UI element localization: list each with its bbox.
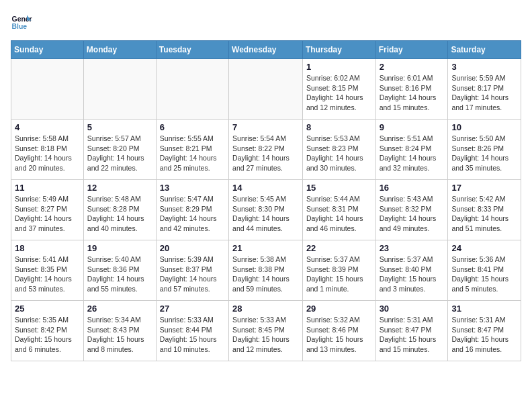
calendar-day-cell: 6Sunrise: 5:55 AM Sunset: 8:21 PM Daylig… bbox=[156, 120, 228, 180]
day-number: 19 bbox=[87, 243, 152, 253]
day-info: Sunrise: 5:39 AM Sunset: 8:37 PM Dayligh… bbox=[160, 255, 225, 294]
day-info: Sunrise: 5:55 AM Sunset: 8:21 PM Dayligh… bbox=[160, 134, 225, 173]
calendar-day-cell: 22Sunrise: 5:37 AM Sunset: 8:39 PM Dayli… bbox=[302, 240, 375, 301]
weekday-header: Monday bbox=[83, 41, 156, 59]
calendar-day-cell: 23Sunrise: 5:37 AM Sunset: 8:40 PM Dayli… bbox=[375, 240, 448, 301]
day-info: Sunrise: 5:45 AM Sunset: 8:30 PM Dayligh… bbox=[232, 194, 299, 234]
day-number: 31 bbox=[451, 304, 517, 314]
calendar-week-row: 11Sunrise: 5:49 AM Sunset: 8:27 PM Dayli… bbox=[11, 180, 521, 240]
calendar-day-cell: 18Sunrise: 5:41 AM Sunset: 8:35 PM Dayli… bbox=[11, 240, 84, 301]
weekday-header-row: SundayMondayTuesdayWednesdayThursdayFrid… bbox=[11, 41, 521, 59]
day-number: 23 bbox=[380, 243, 445, 253]
day-info: Sunrise: 5:42 AM Sunset: 8:33 PM Dayligh… bbox=[451, 194, 517, 234]
day-info: Sunrise: 5:31 AM Sunset: 8:47 PM Dayligh… bbox=[380, 315, 445, 355]
day-info: Sunrise: 5:35 AM Sunset: 8:42 PM Dayligh… bbox=[15, 315, 80, 355]
day-info: Sunrise: 5:54 AM Sunset: 8:22 PM Dayligh… bbox=[232, 134, 299, 173]
calendar-week-row: 1Sunrise: 6:02 AM Sunset: 8:15 PM Daylig… bbox=[11, 59, 521, 120]
weekday-header: Friday bbox=[375, 41, 448, 59]
day-number: 9 bbox=[380, 122, 445, 132]
day-number: 25 bbox=[15, 304, 80, 314]
day-number: 7 bbox=[232, 122, 299, 132]
calendar-day-cell: 26Sunrise: 5:34 AM Sunset: 8:43 PM Dayli… bbox=[83, 301, 156, 361]
logo-icon: General Blue bbox=[11, 11, 32, 32]
calendar-day-cell bbox=[83, 59, 156, 120]
calendar-day-cell: 15Sunrise: 5:44 AM Sunset: 8:31 PM Dayli… bbox=[302, 180, 375, 240]
calendar-day-cell bbox=[156, 59, 228, 120]
day-info: Sunrise: 5:48 AM Sunset: 8:28 PM Dayligh… bbox=[87, 194, 152, 234]
day-number: 22 bbox=[306, 243, 372, 253]
day-info: Sunrise: 5:50 AM Sunset: 8:26 PM Dayligh… bbox=[451, 134, 517, 173]
weekday-header: Saturday bbox=[448, 41, 521, 59]
day-info: Sunrise: 5:36 AM Sunset: 8:41 PM Dayligh… bbox=[451, 255, 517, 294]
day-number: 2 bbox=[380, 62, 445, 72]
calendar-day-cell: 13Sunrise: 5:47 AM Sunset: 8:29 PM Dayli… bbox=[156, 180, 228, 240]
calendar-day-cell: 29Sunrise: 5:32 AM Sunset: 8:46 PM Dayli… bbox=[302, 301, 375, 361]
day-number: 3 bbox=[451, 62, 517, 72]
calendar-day-cell: 10Sunrise: 5:50 AM Sunset: 8:26 PM Dayli… bbox=[448, 120, 521, 180]
day-number: 24 bbox=[451, 243, 517, 253]
day-number: 6 bbox=[160, 122, 225, 132]
calendar-week-row: 18Sunrise: 5:41 AM Sunset: 8:35 PM Dayli… bbox=[11, 240, 521, 301]
day-number: 27 bbox=[160, 304, 225, 314]
calendar-table: SundayMondayTuesdayWednesdayThursdayFrid… bbox=[11, 40, 521, 361]
day-number: 8 bbox=[306, 122, 372, 132]
day-number: 4 bbox=[15, 122, 80, 132]
day-number: 10 bbox=[451, 122, 517, 132]
day-number: 14 bbox=[232, 183, 299, 193]
calendar-day-cell: 19Sunrise: 5:40 AM Sunset: 8:36 PM Dayli… bbox=[83, 240, 156, 301]
day-info: Sunrise: 5:37 AM Sunset: 8:40 PM Dayligh… bbox=[380, 255, 445, 294]
svg-text:Blue: Blue bbox=[12, 23, 28, 30]
day-info: Sunrise: 5:33 AM Sunset: 8:44 PM Dayligh… bbox=[160, 315, 225, 355]
day-number: 29 bbox=[306, 304, 372, 314]
calendar-day-cell: 14Sunrise: 5:45 AM Sunset: 8:30 PM Dayli… bbox=[229, 180, 303, 240]
day-info: Sunrise: 5:59 AM Sunset: 8:17 PM Dayligh… bbox=[451, 73, 517, 113]
day-info: Sunrise: 5:58 AM Sunset: 8:18 PM Dayligh… bbox=[15, 134, 80, 173]
logo: General Blue bbox=[11, 11, 32, 32]
day-number: 21 bbox=[232, 243, 299, 253]
weekday-header: Wednesday bbox=[229, 41, 303, 59]
day-number: 18 bbox=[15, 243, 80, 253]
day-info: Sunrise: 5:32 AM Sunset: 8:46 PM Dayligh… bbox=[306, 315, 372, 355]
calendar-day-cell: 21Sunrise: 5:38 AM Sunset: 8:38 PM Dayli… bbox=[229, 240, 303, 301]
calendar-day-cell: 12Sunrise: 5:48 AM Sunset: 8:28 PM Dayli… bbox=[83, 180, 156, 240]
day-info: Sunrise: 6:02 AM Sunset: 8:15 PM Dayligh… bbox=[306, 73, 372, 113]
day-info: Sunrise: 5:41 AM Sunset: 8:35 PM Dayligh… bbox=[15, 255, 80, 294]
day-info: Sunrise: 5:37 AM Sunset: 8:39 PM Dayligh… bbox=[306, 255, 372, 294]
day-number: 17 bbox=[451, 183, 517, 193]
day-number: 1 bbox=[306, 62, 372, 72]
day-number: 5 bbox=[87, 122, 152, 132]
day-number: 28 bbox=[232, 304, 299, 314]
day-info: Sunrise: 6:01 AM Sunset: 8:16 PM Dayligh… bbox=[380, 73, 445, 113]
calendar-day-cell: 1Sunrise: 6:02 AM Sunset: 8:15 PM Daylig… bbox=[302, 59, 375, 120]
calendar-week-row: 4Sunrise: 5:58 AM Sunset: 8:18 PM Daylig… bbox=[11, 120, 521, 180]
day-number: 26 bbox=[87, 304, 152, 314]
page-header: General Blue bbox=[11, 11, 521, 32]
calendar-day-cell: 24Sunrise: 5:36 AM Sunset: 8:41 PM Dayli… bbox=[448, 240, 521, 301]
calendar-day-cell: 25Sunrise: 5:35 AM Sunset: 8:42 PM Dayli… bbox=[11, 301, 84, 361]
day-info: Sunrise: 5:51 AM Sunset: 8:24 PM Dayligh… bbox=[380, 134, 445, 173]
calendar-day-cell: 28Sunrise: 5:33 AM Sunset: 8:45 PM Dayli… bbox=[229, 301, 303, 361]
day-info: Sunrise: 5:43 AM Sunset: 8:32 PM Dayligh… bbox=[380, 194, 445, 234]
calendar-day-cell: 7Sunrise: 5:54 AM Sunset: 8:22 PM Daylig… bbox=[229, 120, 303, 180]
calendar-day-cell: 5Sunrise: 5:57 AM Sunset: 8:20 PM Daylig… bbox=[83, 120, 156, 180]
day-info: Sunrise: 5:40 AM Sunset: 8:36 PM Dayligh… bbox=[87, 255, 152, 294]
day-info: Sunrise: 5:49 AM Sunset: 8:27 PM Dayligh… bbox=[15, 194, 80, 234]
calendar-day-cell: 4Sunrise: 5:58 AM Sunset: 8:18 PM Daylig… bbox=[11, 120, 84, 180]
day-info: Sunrise: 5:57 AM Sunset: 8:20 PM Dayligh… bbox=[87, 134, 152, 173]
calendar-day-cell bbox=[229, 59, 303, 120]
day-number: 13 bbox=[160, 183, 225, 193]
calendar-day-cell bbox=[11, 59, 84, 120]
day-info: Sunrise: 5:33 AM Sunset: 8:45 PM Dayligh… bbox=[232, 315, 299, 355]
calendar-day-cell: 16Sunrise: 5:43 AM Sunset: 8:32 PM Dayli… bbox=[375, 180, 448, 240]
day-number: 20 bbox=[160, 243, 225, 253]
calendar-day-cell: 20Sunrise: 5:39 AM Sunset: 8:37 PM Dayli… bbox=[156, 240, 228, 301]
calendar-day-cell: 3Sunrise: 5:59 AM Sunset: 8:17 PM Daylig… bbox=[448, 59, 521, 120]
day-number: 30 bbox=[380, 304, 445, 314]
calendar-day-cell: 27Sunrise: 5:33 AM Sunset: 8:44 PM Dayli… bbox=[156, 301, 228, 361]
day-number: 12 bbox=[87, 183, 152, 193]
day-number: 16 bbox=[380, 183, 445, 193]
calendar-week-row: 25Sunrise: 5:35 AM Sunset: 8:42 PM Dayli… bbox=[11, 301, 521, 361]
calendar-day-cell: 31Sunrise: 5:31 AM Sunset: 8:47 PM Dayli… bbox=[448, 301, 521, 361]
day-info: Sunrise: 5:38 AM Sunset: 8:38 PM Dayligh… bbox=[232, 255, 299, 294]
day-info: Sunrise: 5:53 AM Sunset: 8:23 PM Dayligh… bbox=[306, 134, 372, 173]
